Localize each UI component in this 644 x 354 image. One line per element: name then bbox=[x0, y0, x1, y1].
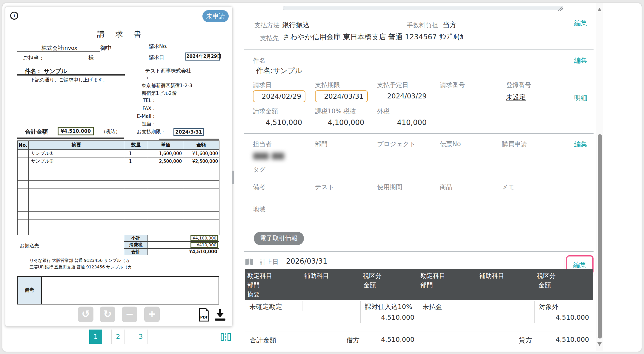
total-underline-right bbox=[159, 138, 219, 140]
booking-date-value: 2026/03/31 bbox=[286, 257, 327, 265]
edit-payment-link[interactable]: 編集 bbox=[574, 18, 587, 27]
doc-honorific: 御中 bbox=[100, 44, 112, 52]
doc-due-label: お支払期限： bbox=[137, 129, 165, 135]
taxable-label: 課税10% 税抜 bbox=[315, 107, 356, 115]
status-badge: 未申請 bbox=[202, 10, 229, 22]
ledger-credit-account: 未払金 bbox=[422, 302, 442, 311]
doc-sender-postal: 〒 bbox=[146, 75, 150, 81]
doc-total-amount-box: ¥4,510,000 bbox=[58, 127, 94, 135]
ledger-debit-amount: 4,510,000 bbox=[355, 314, 414, 321]
download-icon[interactable] bbox=[215, 309, 225, 321]
page-button-3[interactable]: 3 bbox=[134, 330, 147, 344]
scheduled-pay-date-value: 2024/03/29 bbox=[377, 92, 427, 100]
registration-number-value[interactable]: 未設定 bbox=[506, 93, 526, 102]
edit-subject-link[interactable]: 編集 bbox=[574, 56, 587, 65]
subject-underline bbox=[17, 74, 125, 76]
item-row-empty bbox=[18, 173, 219, 181]
scheduled-pay-date-label: 支払予定日 bbox=[377, 81, 408, 89]
purchase-request-label: 購買申請 bbox=[502, 140, 527, 148]
payment-method-value: 銀行振込 bbox=[282, 20, 310, 30]
doc-sender-email: E-Mail： bbox=[123, 113, 156, 120]
undo-button[interactable]: ↺ bbox=[78, 307, 93, 322]
ledger-total-credit-amount: 4,510,000 bbox=[529, 336, 589, 343]
doc-sender-address2: 新宿第1ビル2階 bbox=[142, 90, 176, 97]
item-row-empty bbox=[18, 196, 219, 204]
product-label: 商品 bbox=[440, 183, 452, 191]
tax-amount: ¥410,000 bbox=[190, 242, 218, 248]
subject-value: 件名:サンプル bbox=[256, 66, 302, 75]
invoice-preview-card: i 未申請 請 求 書 株式会社invox 御中 請求No. ご担当： 様 請求… bbox=[5, 6, 233, 327]
item-row-empty bbox=[18, 212, 219, 219]
external-tax-value: 410,000 bbox=[377, 118, 427, 127]
split-view-icon[interactable] bbox=[221, 333, 231, 341]
item-row: サンプル② 1 2,500,000 ¥2,500,000 bbox=[18, 157, 219, 165]
region-label: 地域 bbox=[253, 205, 265, 214]
memo-label: メモ bbox=[502, 183, 515, 191]
project-label: プロジェクト bbox=[377, 140, 416, 148]
doc-sender-fax: FAX： bbox=[123, 106, 156, 112]
item-row-empty bbox=[18, 227, 219, 235]
col-amount: 金額 bbox=[183, 141, 219, 150]
doc-invoice-no-label: 請求No. bbox=[149, 43, 167, 50]
due-date-label: 支払期限 bbox=[315, 81, 340, 89]
payee-value: さわやか信用金庫 東日本橋支店 普通 1234567 ｻﾝﾌﾟﾙ(ｶ bbox=[283, 32, 463, 42]
resize-grip-icon bbox=[558, 7, 563, 11]
invoice-number-label: 請求番号 bbox=[440, 81, 465, 89]
scroll-down-arrow[interactable] bbox=[597, 342, 602, 346]
fee-burden-value: 当方 bbox=[443, 20, 457, 30]
subject-label: 件名 bbox=[253, 56, 265, 65]
doc-sender-tel: TEL： bbox=[123, 98, 156, 104]
redo-button[interactable]: ↻ bbox=[100, 307, 115, 322]
scroll-up-arrow[interactable] bbox=[597, 8, 602, 11]
booking-date-label: 計上日 bbox=[260, 258, 279, 266]
fee-burden-label: 手数料負担 bbox=[407, 21, 438, 30]
usage-period-label: 使用期間 bbox=[377, 183, 402, 191]
ledger-credit-tax: 対象外 bbox=[539, 302, 559, 311]
ledger-header: 勘定科目 補助科目 税区分 勘定科目 補助科目 税区分 部門 金額 部門 金額 … bbox=[245, 269, 593, 300]
section-divider bbox=[244, 13, 594, 13]
person-label: 担当者 bbox=[253, 140, 272, 148]
invoice-date-input[interactable]: 2024/02/29 bbox=[253, 90, 305, 102]
detail-link[interactable]: 明細 bbox=[574, 94, 587, 103]
doc-greeting: 下記の通り、ご請求申し上げます。 bbox=[30, 77, 107, 83]
tax-label: 消費税 bbox=[124, 242, 148, 248]
ledger-debit-tax: 課対仕入込10% bbox=[365, 302, 412, 311]
doc-invoice-date-box: 2024年2月29日 bbox=[185, 52, 220, 61]
ledger-debit-account: 未確定勘定 bbox=[249, 302, 282, 311]
department-label: 部門 bbox=[315, 140, 328, 148]
billed-amount-label: 請求金額 bbox=[253, 107, 278, 115]
page-button-2[interactable]: 2 bbox=[111, 330, 125, 344]
doc-tax-note: （税込） bbox=[101, 129, 120, 135]
invoice-date-label: 請求日 bbox=[253, 81, 272, 89]
comment-textarea[interactable] bbox=[283, 6, 563, 10]
ledger-total-divider bbox=[245, 332, 593, 332]
total-underline-left bbox=[17, 137, 124, 139]
person-value-blurred bbox=[253, 152, 286, 161]
tag-label: タグ bbox=[253, 165, 266, 174]
pane-resize-handle[interactable] bbox=[232, 171, 234, 184]
page-button-1[interactable]: 1 bbox=[89, 330, 102, 344]
ledger-total-label: 合計金額 bbox=[250, 336, 276, 345]
zoom-in-button[interactable]: + bbox=[144, 307, 160, 322]
ledger-total-debit-amount: 4,510,000 bbox=[355, 336, 414, 343]
billed-amount-value: 4,510,000 bbox=[253, 118, 302, 127]
info-icon[interactable]: i bbox=[10, 12, 18, 20]
edit-assignee-link[interactable]: 編集 bbox=[574, 140, 587, 149]
scrollbar-thumb[interactable] bbox=[598, 134, 602, 338]
item-row-empty bbox=[18, 188, 219, 196]
pdf-icon[interactable]: PDF bbox=[199, 308, 209, 321]
col-desc: 摘要 bbox=[29, 141, 124, 150]
doc-total-label: 合計金額 bbox=[25, 128, 48, 136]
zoom-out-button[interactable]: − bbox=[122, 307, 137, 322]
bank-label: お振込先 bbox=[20, 243, 39, 249]
due-date-input[interactable]: 2024/03/31 bbox=[315, 90, 368, 102]
digital-transaction-button[interactable]: 電子取引情報 bbox=[254, 232, 304, 245]
invoice-items-table: No. 摘要 数量 単価 金額 サンプル① 1 1,600,000 ¥1,600… bbox=[17, 140, 219, 235]
doc-sender-staff: 担当： bbox=[123, 121, 156, 127]
subtotal-label: 小計 bbox=[124, 235, 148, 242]
section-divider bbox=[244, 50, 594, 50]
section-divider bbox=[244, 133, 594, 134]
recipient-underline bbox=[17, 51, 100, 52]
grand-total-label: 合計 bbox=[124, 248, 148, 255]
item-row-empty bbox=[18, 204, 219, 212]
